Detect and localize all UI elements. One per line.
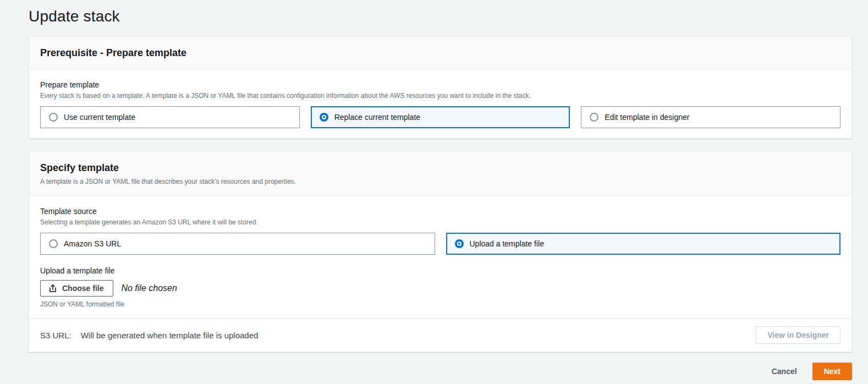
specify-template-card-body: Template source Selecting a template gen… [29,196,851,318]
choose-file-label: Choose file [62,284,103,293]
option-use-current-template[interactable]: Use current template [40,106,300,128]
choose-file-button[interactable]: Choose file [40,280,113,297]
upload-template-file-block: Upload a template file Choose file No fi [40,266,840,308]
option-amazon-s3-url[interactable]: Amazon S3 URL [40,233,435,255]
radio-checked-icon[interactable] [455,239,464,248]
radio-unchecked-icon[interactable] [49,113,58,122]
option-label: Replace current template [334,113,420,122]
option-edit-template-in-designer[interactable]: Edit template in designer [581,106,840,128]
option-label: Use current template [64,113,135,122]
radio-checked-icon[interactable] [320,113,328,122]
page-title: Update stack [29,8,852,25]
radio-unchecked-icon[interactable] [590,113,598,122]
upload-icon [48,284,57,293]
specify-template-title: Specify template [40,162,840,174]
template-source-label: Template source [40,207,840,216]
update-stack-page: Update stack Prerequisite - Prepare temp… [0,0,868,380]
cancel-button[interactable]: Cancel [762,364,807,379]
file-format-hint: JSON or YAML formatted file [40,300,840,308]
option-label: Upload a template file [470,239,544,248]
file-input-row: Choose file No file chosen [40,280,840,297]
template-source-description: Selecting a template generates an Amazon… [40,218,840,226]
prerequisite-card-title: Prerequisite - Prepare template [40,47,840,59]
prepare-template-description: Every stack is based on a template. A te… [40,92,840,100]
specify-template-description: A template is a JSON or YAML file that d… [40,178,840,185]
option-replace-current-template[interactable]: Replace current template [311,106,570,128]
s3-url-value: Will be generated when template file is … [81,331,259,340]
view-in-designer-button[interactable]: View in Designer [756,326,840,344]
s3-url-line: S3 URL: Will be generated when template … [40,331,258,340]
prerequisite-card-body: Prepare template Every stack is based on… [29,69,851,138]
upload-template-file-label: Upload a template file [40,266,840,275]
specify-template-card-header: Specify template A template is a JSON or… [29,151,851,196]
radio-unchecked-icon[interactable] [49,239,58,248]
template-source-options: Amazon S3 URL Upload a template file [40,233,840,255]
s3-url-label: S3 URL: [40,331,72,340]
prepare-template-options: Use current template Replace current tem… [40,106,840,128]
next-button[interactable]: Next [812,363,852,380]
prerequisite-card: Prerequisite - Prepare template Prepare … [29,36,852,139]
wizard-actions: Cancel Next [29,363,852,380]
file-chosen-status: No file chosen [121,283,177,293]
prepare-template-label: Prepare template [40,80,840,89]
option-upload-template-file[interactable]: Upload a template file [446,233,841,255]
specify-template-card-footer: S3 URL: Will be generated when template … [29,318,851,352]
option-label: Edit template in designer [605,113,689,122]
prerequisite-card-header: Prerequisite - Prepare template [29,36,851,69]
option-label: Amazon S3 URL [64,239,121,248]
specify-template-card: Specify template A template is a JSON or… [29,151,852,352]
